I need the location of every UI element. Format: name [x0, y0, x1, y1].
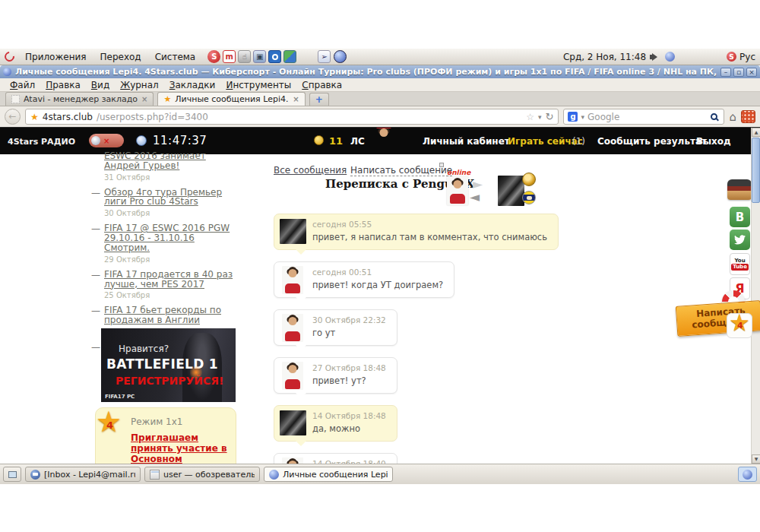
radio-stop-icon[interactable]: × — [103, 137, 109, 145]
menu-history[interactable]: Журнал — [115, 80, 164, 90]
radio-player[interactable]: × — [89, 134, 124, 147]
menu-view[interactable]: Вид — [86, 80, 115, 90]
trophy-emblem-icon — [522, 173, 536, 186]
menu-bookmarks[interactable]: Закладки — [164, 80, 221, 90]
window-titlebar[interactable]: Личные сообщения Lepi4. 4Stars.club — Ки… — [0, 65, 760, 78]
battlefield-ad-banner[interactable]: Нравится? BATTLEFIELD 1 РЕГИСТРИРУЙСЯ! F… — [101, 328, 236, 402]
app-launcher-icon[interactable]: m — [223, 50, 236, 63]
menu-edit[interactable]: Правка — [40, 80, 86, 90]
news-link[interactable]: FIFA 17 @ ESWC 2016 PGW 29.10.16 - 31.10… — [104, 223, 242, 252]
news-link[interactable]: FIFA 17 бьет рекорды по продажам в Англи… — [104, 306, 242, 325]
search-input[interactable] — [587, 112, 708, 122]
home-icon[interactable]: ⌂ — [729, 110, 736, 124]
back-button[interactable]: ← — [5, 109, 21, 125]
report-result-link[interactable]: Сообщить результат — [597, 136, 707, 147]
ad-register-link[interactable]: РЕГИСТРИРУЙСЯ! — [116, 375, 223, 387]
news-link[interactable]: Обзор 4го тура Премьер лиги Pro club 4St… — [104, 188, 242, 207]
menu-tools[interactable]: Инструменты — [220, 80, 296, 90]
panel-menu-system[interactable]: Система — [149, 50, 202, 64]
tab-atavi[interactable]: Atavi - менеджер закладок × — [5, 92, 154, 106]
radio-label[interactable]: 4Stars РАДИО — [8, 137, 75, 147]
tab-messages[interactable]: ★ Личные сообщения Lepi4. 4... × — [157, 92, 305, 106]
scrollbar-thumb[interactable] — [752, 138, 760, 203]
pin-applet-icon[interactable]: ➢ — [318, 50, 331, 63]
network-share-icon[interactable] — [283, 50, 296, 63]
maximize-button[interactable]: ▫ — [733, 68, 744, 77]
coin-count[interactable]: 11 — [329, 135, 343, 147]
message-time: сегодня 00:51 — [312, 268, 443, 277]
my-avatar[interactable] — [282, 314, 303, 342]
tab-close-icon[interactable]: × — [293, 95, 299, 103]
my-avatar[interactable] — [282, 362, 303, 390]
taskbar-window-mail[interactable]: [Inbox - Lepi4@mail.ru - Ic... — [25, 467, 141, 482]
page-scrollbar[interactable]: ▲ ▼ — [751, 128, 760, 464]
language-indicator[interactable]: S Рус — [727, 52, 755, 62]
news-link[interactable]: ESWC 2016 занимает Андрей Гурьев! — [104, 151, 242, 171]
url-dropdown-icon[interactable]: ▾ — [538, 113, 542, 121]
taskbar-window-browser[interactable]: Личные сообщения Lepi4... — [264, 467, 393, 482]
search-bar[interactable]: g ▾ — [563, 109, 724, 125]
minimize-button[interactable]: – — [720, 68, 731, 77]
message-bubble: 30 Октября 22:32 го ут — [274, 309, 397, 346]
google-engine-icon[interactable]: g — [568, 112, 578, 122]
new-tab-button[interactable]: + — [309, 93, 329, 106]
taskbar-window-files[interactable]: user — обозреватель фа... — [144, 467, 260, 482]
logout-link[interactable]: Выход — [696, 136, 731, 147]
burger-promo-icon[interactable] — [727, 179, 752, 200]
volume-icon[interactable] — [652, 53, 657, 61]
my-avatar[interactable] — [282, 266, 303, 294]
close-button[interactable]: × — [746, 68, 757, 77]
clock-icon — [136, 135, 147, 146]
mode-box-title: Режим 1x1 — [131, 416, 182, 427]
news-date: 29 Октября — [104, 255, 242, 264]
debian-logo-icon[interactable] — [2, 49, 16, 63]
club-america-emblem-icon — [522, 191, 536, 204]
screenshot-tool-icon[interactable] — [268, 50, 281, 63]
url-bar[interactable]: ★ 4stars.club/userposts.php?id=3400 ☆ ▾ … — [25, 109, 559, 125]
my-avatar[interactable] — [282, 458, 303, 464]
penguinx-avatar[interactable] — [280, 410, 306, 435]
all-messages-link[interactable]: Все сообщения — [274, 165, 347, 176]
network-status-icon[interactable] — [665, 52, 675, 62]
external-link-icon — [439, 163, 444, 167]
reload-icon[interactable]: ↻ — [546, 111, 554, 122]
star-badge-widget[interactable]: ★ 4 — [727, 313, 752, 338]
message-text: привет! ут? — [312, 375, 386, 386]
penguinx-avatar[interactable] — [498, 176, 524, 206]
panel-clock[interactable]: Срд, 2 Ноя, 11:48 — [563, 52, 646, 62]
window-title: Личные сообщения Lepi4. 4Stars.club — Ки… — [15, 67, 717, 77]
menu-file[interactable]: Файл — [5, 80, 40, 90]
championship-invite-link[interactable]: Приглашаем принять участие в Основном че… — [131, 432, 227, 464]
scroll-up-icon[interactable]: ▲ — [752, 128, 760, 137]
skype-launcher-icon[interactable]: S — [207, 50, 220, 63]
my-avatar[interactable] — [447, 176, 468, 205]
tab-messages-label: Личные сообщения Lepi4. 4... — [175, 94, 289, 104]
private-messages-link[interactable]: ЛС — [350, 136, 365, 147]
blank-area-bottom — [0, 484, 760, 532]
news-date: 30 Октября — [104, 209, 242, 217]
bookmark-star-icon[interactable]: ☆ — [526, 112, 534, 122]
browser-applet-icon[interactable] — [334, 50, 347, 63]
write-message-link[interactable]: Написать сообщение — [350, 165, 452, 176]
panel-menu-applications[interactable]: Приложения — [19, 50, 93, 64]
radio-disc-icon[interactable] — [91, 136, 100, 145]
panel-menu-places[interactable]: Переход — [94, 50, 147, 64]
news-link[interactable]: FIFA 17 продается в 40 раз лучше, чем PE… — [104, 270, 242, 290]
cabinet-link[interactable]: Личный кабинет — [423, 136, 510, 147]
mouse-settings-icon[interactable]: ☝ — [238, 50, 251, 63]
message-bubble: 14 Октября 18:48 да, можно — [274, 405, 397, 442]
message-time: сегодня 05:55 — [312, 220, 547, 229]
search-icon[interactable] — [711, 113, 717, 120]
show-desktop-button[interactable] — [3, 467, 21, 482]
youtube-icon[interactable]: You Tube — [730, 253, 750, 275]
menu-help[interactable]: Справка — [296, 80, 347, 90]
penguinx-avatar[interactable] — [280, 219, 306, 244]
twitter-icon[interactable] — [730, 230, 750, 250]
workspace-switcher[interactable] — [738, 467, 757, 482]
speed-dial-icon[interactable] — [741, 110, 755, 123]
search-engine-dropdown-icon[interactable]: ▾ — [581, 113, 584, 121]
scroll-down-icon[interactable]: ▼ — [752, 454, 760, 464]
vk-icon[interactable]: В — [730, 207, 750, 227]
remote-desktop-icon[interactable]: ▣ — [253, 50, 266, 63]
tab-close-icon[interactable]: × — [141, 95, 147, 103]
